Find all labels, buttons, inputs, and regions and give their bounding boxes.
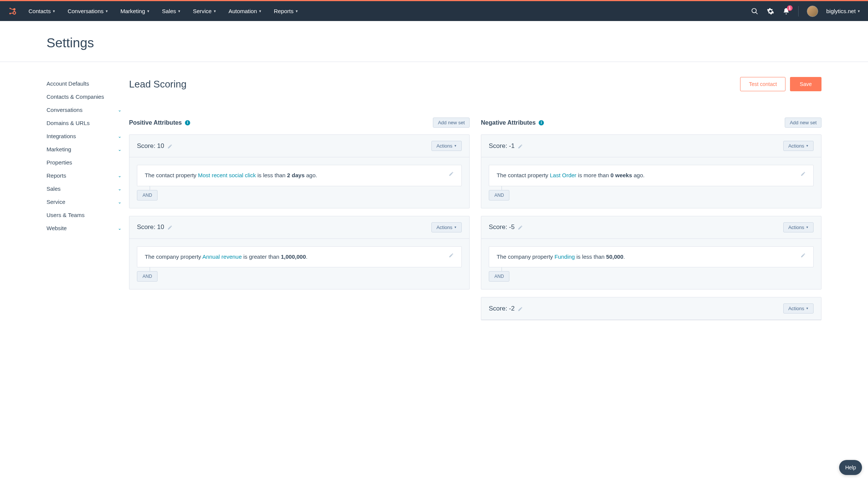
chevron-down-icon: ⌄ [118, 107, 122, 113]
edit-icon[interactable] [449, 171, 454, 176]
sidebar-item-properties[interactable]: Properties [47, 156, 122, 169]
top-nav: Contacts▼ Conversations▼ Marketing▼ Sale… [0, 1, 868, 21]
info-icon[interactable]: i [185, 120, 190, 125]
column-title: Negative Attributes [481, 119, 536, 126]
test-contact-button[interactable]: Test contact [740, 77, 785, 91]
nav-label: Marketing [120, 8, 145, 14]
rule-text: The company property Funding is less tha… [497, 253, 797, 261]
edit-icon[interactable] [167, 225, 173, 230]
column-title: Positive Attributes [129, 119, 182, 126]
chevron-down-icon: ▼ [806, 226, 809, 229]
sidebar-item-label: Marketing [47, 146, 71, 152]
sidebar-item-integrations[interactable]: Integrations⌄ [47, 130, 122, 143]
actions-button[interactable]: Actions▼ [783, 222, 814, 232]
nav-sales[interactable]: Sales▼ [162, 8, 181, 14]
property-link[interactable]: Last Order [550, 172, 577, 178]
chevron-down-icon: ▼ [806, 144, 809, 148]
negative-column: Negative Attributes i Add new set Score:… [481, 118, 821, 328]
edit-icon[interactable] [449, 253, 454, 258]
nav-automation[interactable]: Automation▼ [228, 8, 262, 14]
sidebar-item-domains-urls[interactable]: Domains & URLs [47, 116, 122, 130]
score-label: Score: -2 [489, 305, 515, 312]
score-label: Score: -1 [489, 142, 515, 150]
sidebar-item-marketing[interactable]: Marketing⌄ [47, 143, 122, 156]
sidebar-item-account-defaults[interactable]: Account Defaults [47, 77, 122, 90]
score-card: Score: -5 Actions▼ The company property … [481, 216, 821, 290]
nav-marketing[interactable]: Marketing▼ [120, 8, 150, 14]
logo[interactable] [8, 6, 17, 16]
connector [150, 267, 150, 271]
nav-conversations[interactable]: Conversations▼ [68, 8, 108, 14]
score-label: Score: 10 [137, 223, 164, 231]
sidebar-item-reports[interactable]: Reports⌄ [47, 169, 122, 182]
score-card: Score: 10 Actions▼ The company property … [129, 216, 470, 290]
rule-box: The contact property Most recent social … [137, 165, 462, 186]
account-menu[interactable]: biglytics.net▼ [826, 8, 860, 14]
nav-reports[interactable]: Reports▼ [274, 8, 298, 14]
score-label: Score: 10 [137, 142, 164, 150]
and-button[interactable]: AND [489, 271, 509, 282]
save-button[interactable]: Save [790, 77, 821, 91]
sidebar-item-sales[interactable]: Sales⌄ [47, 182, 122, 195]
sidebar-item-service[interactable]: Service⌄ [47, 195, 122, 208]
rule-box: The contact property Last Order is more … [489, 165, 814, 186]
search-icon[interactable] [751, 8, 758, 15]
actions-button[interactable]: Actions▼ [783, 141, 814, 151]
gear-icon[interactable] [767, 8, 774, 15]
main-title: Lead Scoring [129, 78, 186, 90]
bell-icon[interactable]: 1 [782, 8, 790, 15]
score-card: Score: 10 Actions▼ The contact property … [129, 134, 470, 208]
sidebar-item-website[interactable]: Website⌄ [47, 222, 122, 235]
add-new-set-button[interactable]: Add new set [433, 118, 470, 128]
page-title: Settings [47, 35, 868, 50]
actions-button[interactable]: Actions▼ [783, 303, 814, 314]
sidebar-item-label: Domains & URLs [47, 120, 90, 126]
nav-label: Conversations [68, 8, 104, 14]
nav-service[interactable]: Service▼ [193, 8, 216, 14]
edit-icon[interactable] [800, 253, 806, 258]
content: Account Defaults Contacts & Companies Co… [0, 62, 868, 343]
chevron-down-icon: ⌄ [118, 173, 122, 178]
property-link[interactable]: Funding [554, 253, 575, 260]
card-header: Score: -1 Actions▼ [481, 135, 821, 157]
sidebar-item-users-teams[interactable]: Users & Teams [47, 208, 122, 222]
rule-text: The contact property Last Order is more … [497, 171, 797, 180]
card-header: Score: -2 Actions▼ [481, 297, 821, 320]
hubspot-logo-icon [8, 6, 17, 16]
sidebar-item-label: Reports [47, 172, 66, 179]
and-button[interactable]: AND [137, 271, 158, 282]
sidebar-item-label: Account Defaults [47, 80, 89, 87]
info-icon[interactable]: i [539, 120, 544, 125]
edit-icon[interactable] [518, 306, 523, 311]
property-link[interactable]: Most recent social click [198, 172, 256, 178]
avatar[interactable] [807, 6, 818, 17]
svg-point-2 [9, 12, 11, 14]
actions-button[interactable]: Actions▼ [431, 141, 462, 151]
actions-label: Actions [788, 225, 804, 230]
edit-icon[interactable] [518, 143, 523, 149]
chevron-down-icon: ▼ [105, 9, 108, 13]
card-header: Score: 10 Actions▼ [129, 135, 469, 157]
page-header: Settings [0, 21, 868, 62]
card-header: Score: 10 Actions▼ [129, 216, 469, 239]
connector [502, 186, 502, 190]
property-link[interactable]: Annual revenue [202, 253, 242, 260]
actions-button[interactable]: Actions▼ [431, 222, 462, 232]
rule-box: The company property Annual revenue is g… [137, 246, 462, 268]
chevron-down-icon: ▼ [295, 9, 298, 13]
chevron-down-icon: ⌄ [118, 147, 122, 152]
nav-label: Reports [274, 8, 294, 14]
column-header: Positive Attributes i Add new set [129, 118, 470, 128]
add-new-set-button[interactable]: Add new set [785, 118, 821, 128]
edit-icon[interactable] [167, 143, 173, 149]
column-header: Negative Attributes i Add new set [481, 118, 821, 128]
nav-contacts[interactable]: Contacts▼ [29, 8, 56, 14]
and-button[interactable]: AND [137, 190, 158, 201]
chevron-down-icon: ⌄ [118, 199, 122, 205]
sidebar-item-label: Contacts & Companies [47, 93, 104, 100]
edit-icon[interactable] [518, 225, 523, 230]
sidebar-item-contacts-companies[interactable]: Contacts & Companies [47, 90, 122, 103]
and-button[interactable]: AND [489, 190, 509, 201]
sidebar-item-conversations[interactable]: Conversations⌄ [47, 103, 122, 116]
edit-icon[interactable] [800, 171, 806, 176]
